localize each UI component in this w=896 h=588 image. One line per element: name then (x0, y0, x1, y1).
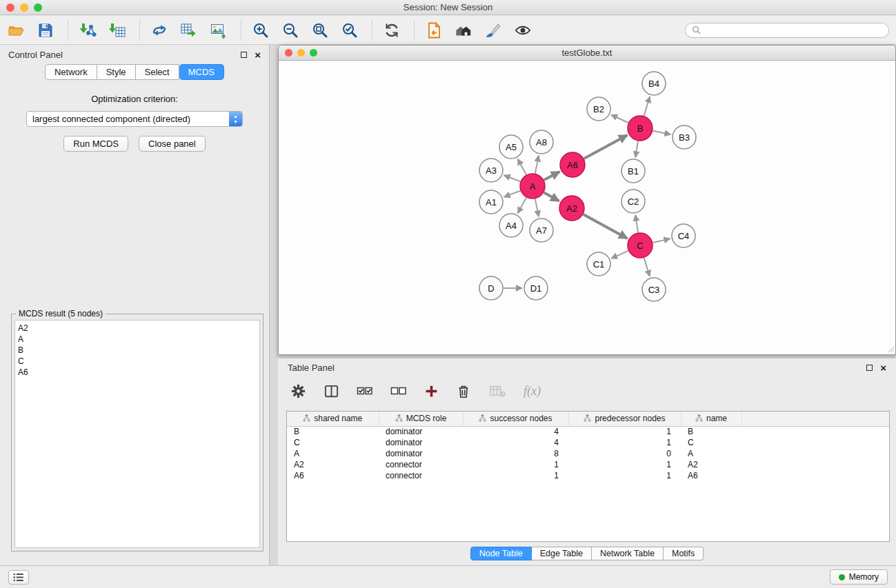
minimize-window-button[interactable] (20, 3, 28, 12)
show-all-icon[interactable] (455, 21, 472, 39)
node-A1[interactable]: A1 (479, 190, 503, 214)
node-C1[interactable]: C1 (587, 252, 610, 276)
zoom-out-icon[interactable] (281, 21, 299, 39)
edge-A6-B[interactable] (584, 135, 628, 159)
float-table-panel-icon[interactable] (866, 365, 873, 371)
first-neighbors-icon[interactable] (425, 21, 443, 39)
close-network-button[interactable] (285, 49, 292, 57)
node-A4[interactable]: A4 (499, 214, 523, 237)
edge-A-A3[interactable] (504, 175, 521, 181)
export-network-icon[interactable] (150, 21, 168, 39)
node-D1[interactable]: D1 (524, 276, 548, 300)
gear-icon[interactable] (290, 383, 306, 399)
zoom-fit-icon[interactable] (311, 21, 329, 39)
close-panel-icon[interactable]: × (255, 50, 261, 60)
tab-select[interactable]: Select (136, 64, 179, 80)
float-panel-icon[interactable] (241, 52, 247, 58)
show-hide-icon[interactable] (514, 21, 532, 39)
apply-style-icon[interactable] (484, 21, 502, 39)
edge-B-B2[interactable] (611, 115, 628, 123)
mcds-result-list[interactable]: A2ABCA6 (14, 320, 260, 548)
node-C2[interactable]: C2 (621, 190, 645, 213)
tab-motifs[interactable]: Motifs (664, 547, 704, 560)
column-header-predecessor-nodes[interactable]: predecessor nodes (568, 412, 681, 426)
export-image-icon[interactable] (210, 21, 228, 39)
minimize-network-button[interactable] (297, 49, 305, 57)
node-C4[interactable]: C4 (672, 224, 695, 247)
node-B1[interactable]: B1 (621, 159, 645, 183)
edge-A-A7[interactable] (535, 199, 539, 217)
save-session-icon[interactable] (37, 21, 54, 39)
edge-A-A4[interactable] (518, 198, 526, 214)
node-A[interactable]: A (520, 174, 545, 199)
network-view[interactable]: B4B2BB3A5A8A6B1A3AC2A1A2A4A7C4CC1C3DD1 (279, 61, 895, 354)
import-table-icon[interactable] (108, 21, 126, 39)
table-row[interactable]: A6connector11A6 (287, 470, 889, 481)
tab-style[interactable]: Style (97, 64, 136, 80)
edge-B-B3[interactable] (653, 131, 671, 134)
node-C3[interactable]: C3 (642, 278, 666, 301)
edge-A-A5[interactable] (518, 159, 526, 175)
close-table-panel-icon[interactable]: × (880, 363, 886, 373)
edge-A2-C[interactable] (584, 214, 628, 239)
tab-edge-table[interactable]: Edge Table (532, 547, 592, 560)
close-window-button[interactable] (6, 3, 14, 12)
table-row[interactable]: Cdominator41C (287, 437, 889, 448)
edge-A-A8[interactable] (535, 156, 539, 174)
node-A7[interactable]: A7 (530, 219, 553, 242)
result-item[interactable]: A (18, 334, 257, 345)
edge-A-A2[interactable] (544, 192, 559, 201)
open-session-icon[interactable] (7, 21, 25, 39)
resize-grip-icon[interactable] (886, 345, 895, 353)
zoom-network-button[interactable] (310, 49, 317, 57)
refresh-layout-icon[interactable] (383, 21, 401, 39)
show-columns-icon[interactable] (323, 383, 339, 399)
node-table-container[interactable]: shared nameMCDS rolesuccessor nodesprede… (286, 411, 890, 542)
tab-network-table[interactable]: Network Table (592, 547, 664, 560)
delete-columns-icon[interactable] (456, 383, 471, 399)
import-network-icon[interactable] (79, 21, 97, 39)
zoom-window-button[interactable] (34, 3, 42, 12)
delete-table-icon[interactable] (488, 383, 506, 398)
search-field[interactable] (685, 23, 889, 38)
node-D[interactable]: D (479, 276, 503, 300)
column-header-successor-nodes[interactable]: successor nodes (463, 412, 568, 426)
edge-B-B4[interactable] (644, 97, 650, 116)
add-column-icon[interactable] (424, 384, 439, 398)
edge-C-C3[interactable] (644, 258, 650, 276)
column-header-shared-name[interactable]: shared name (287, 412, 379, 426)
edge-C-C4[interactable] (653, 239, 670, 243)
criterion-select[interactable]: largest connected component (directed) ▲… (26, 111, 243, 127)
export-table-icon[interactable] (180, 21, 198, 39)
node-B3[interactable]: B3 (673, 125, 696, 149)
node-A8[interactable]: A8 (530, 130, 553, 154)
table-row[interactable]: Adominator80A (287, 448, 889, 459)
node-B[interactable]: B (628, 116, 653, 141)
table-row[interactable]: Bdominator41B (287, 426, 889, 437)
run-mcds-button[interactable]: Run MCDS (63, 136, 128, 152)
edge-B-B1[interactable] (635, 141, 638, 158)
table-row[interactable]: A2connector11A2 (287, 459, 889, 470)
network-window-titlebar[interactable]: testGlobe.txt (279, 45, 895, 61)
node-A6[interactable]: A6 (560, 152, 585, 177)
memory-button[interactable]: Memory (830, 569, 888, 585)
result-item[interactable]: A2 (18, 323, 257, 334)
node-B4[interactable]: B4 (642, 72, 666, 95)
node-C[interactable]: C (628, 233, 653, 258)
network-canvas[interactable]: B4B2BB3A5A8A6B1A3AC2A1A2A4A7C4CC1C3DD1 (279, 61, 895, 354)
tab-network[interactable]: Network (45, 64, 97, 80)
node-A3[interactable]: A3 (479, 159, 503, 182)
edge-A-A1[interactable] (504, 191, 521, 197)
zoom-in-icon[interactable] (252, 21, 270, 39)
tab-node-table[interactable]: Node Table (470, 547, 532, 560)
tab-mcds[interactable]: MCDS (179, 64, 224, 80)
edge-C-C1[interactable] (611, 251, 628, 258)
edge-A-A6[interactable] (544, 172, 560, 180)
column-header-name[interactable]: name (681, 412, 741, 426)
node-A2[interactable]: A2 (559, 196, 584, 221)
task-history-button[interactable] (8, 570, 29, 585)
result-item[interactable]: C (18, 356, 257, 367)
select-all-icon[interactable] (357, 384, 373, 398)
result-item[interactable]: B (18, 345, 257, 356)
zoom-selected-icon[interactable] (341, 21, 359, 39)
